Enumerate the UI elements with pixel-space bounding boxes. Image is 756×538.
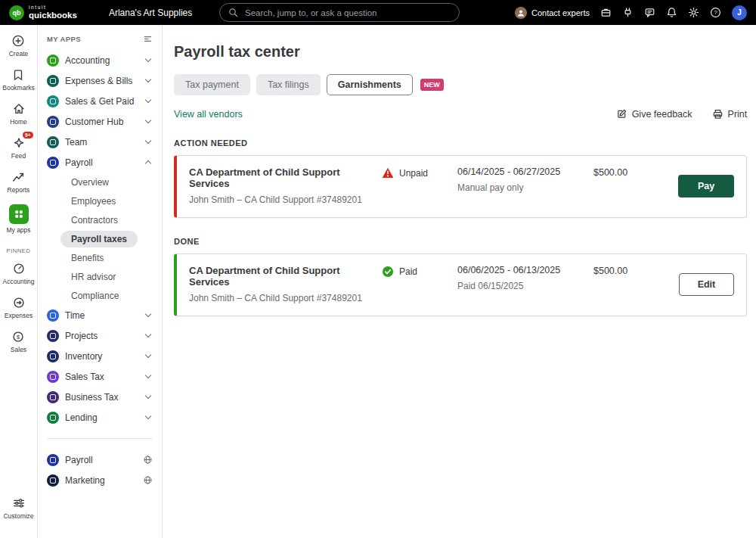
plug-icon[interactable] [622, 7, 634, 18]
app-item-label: Sales Tax [65, 372, 104, 382]
contact-experts-label: Contact experts [531, 8, 590, 17]
briefcase-icon[interactable] [600, 7, 612, 18]
amount: $500.00 [593, 266, 678, 276]
view-all-vendors-link[interactable]: View all vendors [174, 109, 243, 120]
quickbooks-logo[interactable]: qb intuit quickbooks [9, 5, 77, 20]
chevron-up-icon [144, 158, 153, 167]
app-item-payroll-pinned[interactable]: Payroll [44, 449, 156, 470]
app-item-label: Team [65, 137, 87, 148]
sub-item-label: Benefits [71, 253, 104, 263]
toolbar: View all vendors Give feedback [174, 108, 747, 120]
app-item-inventory[interactable]: Inventory [44, 346, 156, 366]
sub-item-label: Compliance [71, 291, 119, 301]
garnishment-card-paid: CA Department of Child Support Services … [174, 253, 747, 316]
rail-item-create[interactable]: Create [9, 34, 29, 58]
rail-item-my-apps[interactable]: My apps [6, 204, 30, 234]
vendor-cell: CA Department of Child Support Services … [189, 166, 382, 205]
app-item-label: Accounting [65, 55, 110, 66]
rail-item-bookmarks[interactable]: Bookmarks [2, 68, 35, 92]
amount: $500.00 [593, 167, 678, 178]
my-apps-panel-title: MY APPS [47, 35, 81, 43]
done-heading: DONE [174, 237, 747, 246]
sub-item-label: Contractors [71, 215, 118, 225]
gear-icon[interactable] [688, 7, 699, 18]
sub-item-label: Overview [71, 177, 109, 188]
payroll-sub-employees[interactable]: Employees [44, 191, 156, 210]
chevron-down-icon [144, 352, 153, 361]
app-item-sales-tax[interactable]: Sales Tax [44, 366, 156, 387]
give-feedback-button[interactable]: Give feedback [616, 108, 692, 120]
app-item-customer-hub[interactable]: Customer Hub [44, 111, 156, 132]
app-item-payroll[interactable]: Payroll [44, 152, 156, 173]
app-item-team[interactable]: Team [44, 132, 156, 152]
app-item-marketing-pinned[interactable]: Marketing [44, 470, 156, 490]
feed-badge: 9+ [23, 132, 33, 138]
chat-icon[interactable] [644, 7, 655, 18]
tab-garnishments[interactable]: Garnishments [327, 74, 413, 95]
app-item-expenses-bills[interactable]: Expenses & Bills [44, 70, 156, 91]
payroll-sub-benefits[interactable]: Benefits [44, 248, 156, 267]
payroll-sub-compliance[interactable]: Compliance [44, 286, 156, 305]
tab-tax-filings[interactable]: Tax filings [256, 74, 321, 95]
print-button[interactable]: Print [712, 108, 748, 120]
expenses-pinned-icon [12, 296, 26, 309]
app-item-lending[interactable]: Lending [44, 407, 156, 428]
help-icon[interactable]: ? [710, 7, 721, 18]
payroll-sub-payroll-taxes[interactable]: Payroll taxes [44, 229, 156, 248]
search-icon [228, 8, 238, 17]
chevron-down-icon [144, 117, 153, 126]
chevron-down-icon [144, 56, 153, 65]
rail-label: Reports [8, 186, 30, 194]
chevron-down-icon [144, 97, 153, 106]
rail-item-customize[interactable]: Customize [3, 496, 33, 520]
app-item-business-tax[interactable]: Business Tax [44, 387, 156, 407]
app-item-projects[interactable]: Projects [44, 325, 156, 346]
rail-label: Customize [3, 512, 33, 520]
pay-period: 06/06/2025 - 06/13/2025 [457, 265, 593, 275]
pay-button[interactable]: Pay [678, 175, 734, 197]
printer-icon [712, 108, 723, 120]
payroll-sub-contractors[interactable]: Contractors [44, 210, 156, 229]
user-avatar[interactable]: J [732, 5, 747, 20]
rail-item-reports[interactable]: Reports [8, 170, 30, 194]
payroll-app-icon [47, 454, 59, 466]
qb-logo-icon: qb [9, 5, 24, 20]
chevron-down-icon [144, 331, 153, 341]
app-item-sales-get-paid[interactable]: Sales & Get Paid [44, 91, 156, 111]
sales-get-paid-app-icon [47, 95, 59, 107]
top-header: qb intuit quickbooks Arlana's Art Suppli… [0, 0, 756, 25]
search-input[interactable] [243, 8, 451, 18]
page-title: Payroll tax center [174, 43, 747, 61]
rail-item-pinned-expenses[interactable]: Expenses [5, 296, 33, 319]
app-item-accounting[interactable]: Accounting [44, 50, 156, 70]
rail-label: Expenses [5, 312, 33, 319]
create-plus-icon [11, 34, 25, 48]
tab-tax-payment[interactable]: Tax payment [174, 74, 250, 95]
panel-divider [47, 438, 153, 439]
payroll-sub-overview[interactable]: Overview [44, 173, 156, 191]
rail-item-feed[interactable]: 9+ Feed [11, 136, 26, 160]
vendor-name: CA Department of Child Support Services [189, 166, 382, 189]
bookmark-icon [11, 68, 25, 82]
print-label: Print [728, 109, 748, 120]
chevron-down-icon [144, 413, 153, 422]
rail-item-home[interactable]: Home [10, 102, 27, 126]
vendor-cell: CA Department of Child Support Services … [189, 265, 382, 303]
app-item-time[interactable]: Time [44, 305, 156, 325]
team-app-icon [47, 136, 59, 148]
panel-menu-icon[interactable] [143, 34, 153, 44]
brand-text: intuit quickbooks [29, 5, 77, 20]
payroll-sub-hr-advisor[interactable]: HR advisor [44, 267, 156, 286]
chevron-down-icon [144, 311, 153, 320]
business-tax-app-icon [47, 391, 59, 403]
app-item-label: Payroll [65, 455, 93, 465]
bell-icon[interactable] [666, 7, 677, 18]
rail-item-pinned-accounting[interactable]: Accounting [2, 262, 34, 285]
my-apps-grid-icon [9, 204, 29, 224]
rail-item-pinned-sales[interactable]: $ Sales [11, 330, 26, 353]
search-bar[interactable] [219, 3, 460, 22]
left-rail: Create Bookmarks Home 9+ [0, 25, 38, 538]
contact-experts-button[interactable]: Contact experts [515, 7, 590, 19]
edit-button[interactable]: Edit [679, 273, 735, 296]
pay-method: Manual pay only [457, 182, 593, 193]
